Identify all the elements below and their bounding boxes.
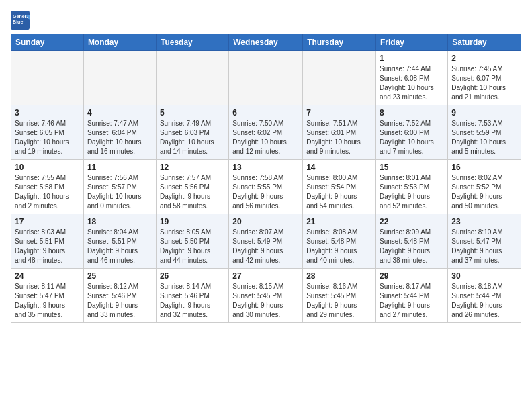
- day-number: 9: [451, 108, 517, 118]
- day-cell: 2Sunrise: 7:45 AM Sunset: 6:07 PM Daylig…: [448, 51, 521, 105]
- day-info: Sunrise: 8:02 AM Sunset: 5:52 PM Dayligh…: [451, 173, 517, 211]
- day-info: Sunrise: 7:46 AM Sunset: 6:05 PM Dayligh…: [15, 119, 80, 156]
- weekday-sunday: Sunday: [11, 34, 84, 51]
- day-number: 30: [451, 271, 517, 281]
- day-cell: 13Sunrise: 7:58 AM Sunset: 5:55 PM Dayli…: [229, 160, 303, 214]
- day-info: Sunrise: 8:07 AM Sunset: 5:49 PM Dayligh…: [232, 228, 299, 265]
- day-info: Sunrise: 8:08 AM Sunset: 5:48 PM Dayligh…: [306, 228, 372, 265]
- day-info: Sunrise: 8:09 AM Sunset: 5:48 PM Dayligh…: [380, 228, 444, 265]
- day-info: Sunrise: 7:49 AM Sunset: 6:03 PM Dayligh…: [160, 119, 225, 156]
- day-number: 25: [87, 271, 152, 281]
- day-info: Sunrise: 7:44 AM Sunset: 6:08 PM Dayligh…: [380, 64, 444, 102]
- day-number: 13: [232, 163, 299, 172]
- day-info: Sunrise: 7:58 AM Sunset: 5:55 PM Dayligh…: [232, 173, 299, 211]
- day-number: 18: [87, 217, 152, 226]
- day-number: 11: [87, 163, 152, 172]
- week-row-4: 17Sunrise: 8:03 AM Sunset: 5:51 PM Dayli…: [11, 214, 521, 269]
- day-info: Sunrise: 7:52 AM Sunset: 6:00 PM Dayligh…: [380, 119, 444, 156]
- day-number: 3: [15, 108, 80, 118]
- header-section: General Blue: [11, 11, 521, 30]
- day-number: 17: [15, 217, 80, 226]
- day-cell: 26Sunrise: 8:14 AM Sunset: 5:46 PM Dayli…: [156, 269, 228, 323]
- weekday-monday: Monday: [83, 34, 156, 51]
- day-cell: [303, 51, 376, 105]
- day-info: Sunrise: 8:16 AM Sunset: 5:45 PM Dayligh…: [306, 282, 372, 320]
- day-cell: [83, 51, 156, 105]
- day-number: 28: [306, 271, 372, 281]
- day-cell: 30Sunrise: 8:18 AM Sunset: 5:44 PM Dayli…: [448, 269, 521, 323]
- week-row-3: 10Sunrise: 7:55 AM Sunset: 5:58 PM Dayli…: [11, 160, 521, 214]
- logo: General Blue: [11, 11, 32, 30]
- day-cell: 14Sunrise: 8:00 AM Sunset: 5:54 PM Dayli…: [303, 160, 376, 214]
- day-cell: 10Sunrise: 7:55 AM Sunset: 5:58 PM Dayli…: [11, 160, 84, 214]
- day-cell: 21Sunrise: 8:08 AM Sunset: 5:48 PM Dayli…: [303, 214, 376, 269]
- day-info: Sunrise: 7:45 AM Sunset: 6:07 PM Dayligh…: [451, 64, 517, 102]
- day-number: 23: [451, 217, 517, 226]
- day-cell: 24Sunrise: 8:11 AM Sunset: 5:47 PM Dayli…: [11, 269, 84, 323]
- day-cell: 3Sunrise: 7:46 AM Sunset: 6:05 PM Daylig…: [11, 105, 84, 160]
- day-number: 15: [380, 163, 444, 172]
- day-info: Sunrise: 8:18 AM Sunset: 5:44 PM Dayligh…: [451, 282, 517, 320]
- day-info: Sunrise: 7:53 AM Sunset: 5:59 PM Dayligh…: [451, 119, 517, 156]
- day-info: Sunrise: 8:12 AM Sunset: 5:46 PM Dayligh…: [87, 282, 152, 320]
- day-info: Sunrise: 8:11 AM Sunset: 5:47 PM Dayligh…: [15, 282, 80, 320]
- day-cell: 19Sunrise: 8:05 AM Sunset: 5:50 PM Dayli…: [156, 214, 228, 269]
- day-number: 22: [380, 217, 444, 226]
- day-cell: 6Sunrise: 7:50 AM Sunset: 6:02 PM Daylig…: [229, 105, 303, 160]
- weekday-thursday: Thursday: [303, 34, 376, 51]
- day-cell: 29Sunrise: 8:17 AM Sunset: 5:44 PM Dayli…: [376, 269, 448, 323]
- day-info: Sunrise: 7:50 AM Sunset: 6:02 PM Dayligh…: [232, 119, 299, 156]
- day-info: Sunrise: 8:01 AM Sunset: 5:53 PM Dayligh…: [380, 173, 444, 211]
- day-cell: [156, 51, 228, 105]
- day-number: 14: [306, 163, 372, 172]
- logo-icon: General Blue: [11, 11, 30, 30]
- day-info: Sunrise: 7:51 AM Sunset: 6:01 PM Dayligh…: [306, 119, 372, 156]
- day-number: 20: [232, 217, 299, 226]
- day-number: 21: [306, 217, 372, 226]
- day-info: Sunrise: 8:03 AM Sunset: 5:51 PM Dayligh…: [15, 228, 80, 265]
- day-info: Sunrise: 7:57 AM Sunset: 5:56 PM Dayligh…: [160, 173, 225, 211]
- day-number: 24: [15, 271, 80, 281]
- day-cell: 5Sunrise: 7:49 AM Sunset: 6:03 PM Daylig…: [156, 105, 228, 160]
- day-cell: 8Sunrise: 7:52 AM Sunset: 6:00 PM Daylig…: [376, 105, 448, 160]
- day-cell: 4Sunrise: 7:47 AM Sunset: 6:04 PM Daylig…: [83, 105, 156, 160]
- day-number: 2: [451, 54, 517, 63]
- week-row-5: 24Sunrise: 8:11 AM Sunset: 5:47 PM Dayli…: [11, 269, 521, 323]
- day-cell: 20Sunrise: 8:07 AM Sunset: 5:49 PM Dayli…: [229, 214, 303, 269]
- weekday-header: SundayMondayTuesdayWednesdayThursdayFrid…: [11, 34, 521, 51]
- day-number: 16: [451, 163, 517, 172]
- day-cell: 15Sunrise: 8:01 AM Sunset: 5:53 PM Dayli…: [376, 160, 448, 214]
- day-number: 8: [380, 108, 444, 118]
- week-row-1: 1Sunrise: 7:44 AM Sunset: 6:08 PM Daylig…: [11, 51, 521, 105]
- calendar-body: 1Sunrise: 7:44 AM Sunset: 6:08 PM Daylig…: [11, 51, 521, 323]
- weekday-tuesday: Tuesday: [156, 34, 228, 51]
- day-cell: 12Sunrise: 7:57 AM Sunset: 5:56 PM Dayli…: [156, 160, 228, 214]
- day-number: 12: [160, 163, 225, 172]
- day-cell: 28Sunrise: 8:16 AM Sunset: 5:45 PM Dayli…: [303, 269, 376, 323]
- day-cell: 23Sunrise: 8:10 AM Sunset: 5:47 PM Dayli…: [448, 214, 521, 269]
- weekday-wednesday: Wednesday: [229, 34, 303, 51]
- day-cell: 11Sunrise: 7:56 AM Sunset: 5:57 PM Dayli…: [83, 160, 156, 214]
- day-number: 29: [380, 271, 444, 281]
- day-number: 10: [15, 163, 80, 172]
- day-info: Sunrise: 8:00 AM Sunset: 5:54 PM Dayligh…: [306, 173, 372, 211]
- day-cell: 27Sunrise: 8:15 AM Sunset: 5:45 PM Dayli…: [229, 269, 303, 323]
- day-number: 19: [160, 217, 225, 226]
- day-number: 5: [160, 108, 225, 118]
- day-info: Sunrise: 8:04 AM Sunset: 5:51 PM Dayligh…: [87, 228, 152, 265]
- day-info: Sunrise: 7:56 AM Sunset: 5:57 PM Dayligh…: [87, 173, 152, 211]
- week-row-2: 3Sunrise: 7:46 AM Sunset: 6:05 PM Daylig…: [11, 105, 521, 160]
- day-info: Sunrise: 8:17 AM Sunset: 5:44 PM Dayligh…: [380, 282, 444, 320]
- day-number: 26: [160, 271, 225, 281]
- day-number: 7: [306, 108, 372, 118]
- day-info: Sunrise: 7:55 AM Sunset: 5:58 PM Dayligh…: [15, 173, 80, 211]
- day-cell: [229, 51, 303, 105]
- weekday-friday: Friday: [376, 34, 448, 51]
- day-info: Sunrise: 8:05 AM Sunset: 5:50 PM Dayligh…: [160, 228, 225, 265]
- day-cell: 7Sunrise: 7:51 AM Sunset: 6:01 PM Daylig…: [303, 105, 376, 160]
- day-info: Sunrise: 8:14 AM Sunset: 5:46 PM Dayligh…: [160, 282, 225, 320]
- day-cell: 1Sunrise: 7:44 AM Sunset: 6:08 PM Daylig…: [376, 51, 448, 105]
- day-cell: 18Sunrise: 8:04 AM Sunset: 5:51 PM Dayli…: [83, 214, 156, 269]
- day-cell: 16Sunrise: 8:02 AM Sunset: 5:52 PM Dayli…: [448, 160, 521, 214]
- calendar-table: SundayMondayTuesdayWednesdayThursdayFrid…: [11, 34, 521, 323]
